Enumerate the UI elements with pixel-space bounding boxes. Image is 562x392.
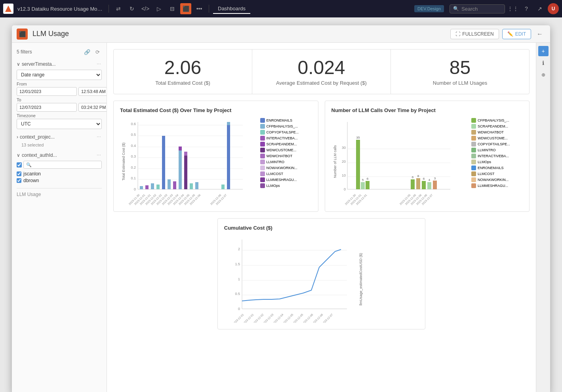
dashboard-main: 2.06 Total Estimated Cost ($) 0.024 Aver… [107,43,536,392]
dbrown-checkbox[interactable] [17,178,21,183]
context-project-menu[interactable]: ⋯ [95,134,102,140]
svg-rect-60 [366,181,370,189]
to-label: To [17,97,102,102]
context-auth-title[interactable]: ∨ context_authId... [17,152,57,158]
context-auth-menu[interactable]: ⋯ [95,152,102,158]
user-jscanlon-row: jscanlon [17,171,102,177]
svg-text:10: 10 [341,173,345,177]
chart3-y-label: llmUsage_estimatedCostUSD ($) [359,253,363,306]
info-button[interactable]: ℹ [538,58,549,68]
avg-cost-label: Average Estimated Cost by Request ($) [262,80,381,86]
metrics-row: 2.06 Total Estimated Cost ($) 0.024 Aver… [113,49,530,94]
svg-rect-23 [179,150,182,189]
selected-count: 13 selected [17,143,102,147]
filter-count: 5 filters [17,49,32,55]
svg-text:2023-12-07: 2023-12-07 [321,313,333,322]
help-icon[interactable]: ? [521,3,532,14]
dashboard-grid-icon[interactable]: ⬛ [180,3,191,14]
play-icon[interactable]: ▷ [153,3,164,14]
llm-usages-value: 85 [400,57,520,78]
svg-text:2023-12-06: 2023-12-06 [301,313,313,322]
server-timestamp-filter: ∨ serverTimesta... ⋯ Date range From [17,61,102,129]
svg-rect-26 [184,152,187,156]
user-dbrown-row: dbrown [17,178,102,183]
search-placeholder: Search [461,6,478,12]
all-users-checkbox[interactable] [17,162,22,167]
svg-rect-31 [221,185,225,189]
context-auth-filter: ∨ context_authId... ⋯ jscanlon dbrown [17,152,102,183]
apps-grid-icon[interactable]: ⋮⋮ [507,3,518,14]
timezone-select[interactable]: UTC [17,119,102,129]
timezone-label: Timezone [17,113,102,118]
dashboards-tab[interactable]: Dashboards [213,4,250,14]
user-avatar[interactable]: U [548,3,559,14]
svg-text:2023-12-04: 2023-12-04 [272,313,284,322]
chart2-title: Number of LLM Calls Over Time by Project [331,107,523,113]
svg-text:6: 6 [423,177,425,181]
user-search-input[interactable] [23,161,102,169]
env-badge: DEV.Design [414,5,444,12]
more-icon[interactable]: ••• [194,3,205,14]
app-logo [3,4,13,14]
metric-llm-usages: 85 Number of LLM Usages [391,49,529,94]
edit-button[interactable]: ✏️ EDIT [502,29,531,39]
content-area: 5 filters 🔗 ⟳ ∨ serverTimesta... ⋯ [12,43,550,392]
server-timestamp-menu[interactable]: ⋯ [95,61,102,67]
svg-rect-19 [156,185,160,189]
svg-rect-58 [361,182,365,189]
add-widget-button[interactable]: + [538,46,549,56]
app-title: v12.3 Dataiku Resource Usage Monitoring … [17,6,105,12]
svg-rect-17 [145,185,149,189]
charts-grid: Total Estimated Cost ($) Over Time by Pr… [113,101,530,212]
chart3-svg: 0 0.5 1 1.5 2 [224,236,355,323]
jscanlon-checkbox[interactable] [17,171,21,176]
svg-text:0.5: 0.5 [131,133,136,137]
chart2-area: Number of LLM calls 0 10 20 30 [331,118,469,205]
chart2-svg: Number of LLM calls 0 10 20 30 [331,118,458,205]
svg-rect-64 [416,178,420,189]
fullscreen-button[interactable]: ⛶ FULLSCREEN [450,29,499,39]
to-date-input[interactable] [17,103,77,112]
filter-link-icon[interactable]: 🔗 [83,48,91,56]
chart-cumulative-cost: Cumulative Cost ($) 0 0.5 1 1.5 2 [217,218,426,329]
search-box[interactable]: 🔍 Search [450,4,505,13]
svg-text:4: 4 [428,178,430,182]
date-range-select[interactable]: Date range [17,70,102,80]
chart-total-cost: Total Estimated Cost ($) Over Time by Pr… [113,101,318,212]
chart2-legend: CFPBANALYSIS_... SCRAPEANDEM... WDWCHATB… [471,118,523,205]
top-nav: v12.3 Dataiku Resource Usage Monitoring … [0,0,562,17]
chart1-area: Total Estimated Cost ($) 0 0.1 0.2 0.3 0… [120,118,257,205]
refresh-icon[interactable]: ↻ [126,3,137,14]
back-button[interactable]: ← [534,29,545,40]
svg-rect-16 [140,186,143,189]
to-time-input[interactable] [78,103,107,112]
sub-nav: ⬛ LLM Usage ⛶ FULLSCREEN ✏️ EDIT ← [12,25,550,43]
total-cost-value: 2.06 [123,57,242,78]
context-project-filter: › context_projec... ⋯ 13 selected [17,134,102,147]
svg-rect-29 [227,125,230,189]
svg-text:Total Estimated Cost ($): Total Estimated Cost ($) [122,143,126,181]
svg-text:5: 5 [362,178,364,182]
svg-text:0.6: 0.6 [131,122,136,126]
from-time-input[interactable] [78,87,107,96]
svg-rect-68 [427,182,431,189]
layers-button[interactable]: ⊕ [538,70,549,80]
svg-rect-62 [411,179,415,189]
metric-avg-cost: 0.024 Average Estimated Cost by Request … [252,49,391,94]
trend-icon[interactable]: ↗ [534,3,545,14]
context-project-title[interactable]: › context_projec... [17,134,55,140]
svg-text:0: 0 [238,307,240,311]
svg-text:6: 6 [366,177,368,181]
server-timestamp-title[interactable]: ∨ serverTimesta... [17,61,56,67]
save-icon[interactable]: ⊟ [167,3,178,14]
svg-text:2: 2 [238,247,240,251]
main-window: ⬛ LLM Usage ⛶ FULLSCREEN ✏️ EDIT ← 5 fil… [12,25,550,392]
filter-reset-icon[interactable]: ⟳ [93,48,102,56]
share-icon[interactable]: ⇄ [113,3,124,14]
svg-text:2023-12-01: 2023-12-01 [232,313,244,322]
code-icon[interactable]: </> [140,3,151,14]
from-date-input[interactable] [17,87,77,96]
svg-text:35: 35 [356,136,360,139]
svg-text:2023-12-03: 2023-12-03 [262,313,274,322]
svg-rect-21 [168,179,171,189]
